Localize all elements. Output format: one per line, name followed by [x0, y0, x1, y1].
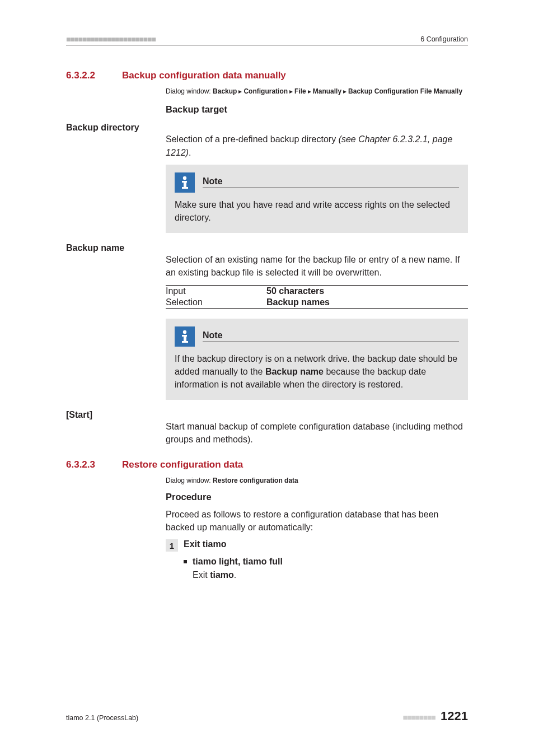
- dialog-lead: Dialog window:: [166, 477, 213, 484]
- text-fragment: tiamo: [210, 570, 234, 580]
- section-number: 6.3.2.2: [66, 70, 122, 81]
- start-text: Start manual backup of complete configur…: [166, 420, 468, 446]
- label-start: [Start]: [66, 410, 160, 420]
- text-fragment: Backup name: [265, 367, 324, 376]
- section-heading-backup-manual: 6.3.2.2 Backup configuration data manual…: [66, 70, 468, 81]
- svg-rect-6: [184, 335, 186, 341]
- dialog-part: Backup Configuration File Manually: [348, 87, 462, 95]
- note-title: Note: [203, 176, 223, 186]
- note-text: If the backup directory is on a network …: [175, 352, 459, 391]
- dialog-part: File: [294, 87, 306, 95]
- spec-key: Input: [166, 286, 266, 296]
- section-title: Backup configuration data manually: [122, 70, 286, 81]
- info-icon: [175, 326, 195, 347]
- svg-rect-2: [184, 181, 186, 187]
- backup-name-text: Selection of an existing name for the ba…: [166, 253, 468, 279]
- table-row: Selection Backup names: [166, 297, 468, 308]
- step-body: tiamo light, tiamo full Exit tiamo.: [184, 555, 468, 582]
- note-title: Note: [203, 330, 223, 340]
- text-fragment: Selection of a pre-defined backup direct…: [166, 134, 339, 144]
- table-row: Input 50 characters: [166, 286, 468, 297]
- spec-val: Backup names: [266, 297, 330, 307]
- section-heading-restore: 6.3.2.3 Restore configuration data: [66, 459, 468, 470]
- note-text: Make sure that you have read and write a…: [175, 198, 459, 224]
- label-backup-directory: Backup directory: [66, 123, 160, 133]
- bullet-icon: [184, 560, 187, 563]
- footer-product: tiamo 2.1 (ProcessLab): [66, 714, 138, 722]
- procedure-step: 1 Exit tiamo: [166, 539, 468, 552]
- dialog-lead: Dialog window:: [166, 87, 213, 95]
- dialog-part: Backup: [213, 87, 237, 95]
- dialog-part: Configuration: [243, 87, 288, 95]
- subheading-backup-target: Backup target: [166, 104, 468, 115]
- text-fragment: .: [189, 148, 191, 157]
- svg-point-4: [183, 330, 186, 333]
- section-number: 6.3.2.3: [66, 459, 122, 470]
- svg-point-0: [183, 176, 186, 180]
- dialog-part: Manually: [313, 87, 341, 95]
- dialog-part: Restore configuration data: [213, 477, 298, 484]
- dialog-window-path-2: Dialog window: Restore configuration dat…: [166, 476, 468, 486]
- procedure-text: Proceed as follows to restore a configur…: [166, 508, 468, 534]
- note-box-network-drive: Note If the backup directory is on a net…: [166, 319, 468, 400]
- page-number: 1221: [441, 709, 468, 723]
- dialog-window-path-1: Dialog window: Backup▸Configuration▸File…: [166, 87, 468, 96]
- page-footer: tiamo 2.1 (ProcessLab) ■■■■■■■■ 1221: [66, 709, 468, 724]
- label-backup-name: Backup name: [66, 243, 160, 253]
- spec-key: Selection: [166, 297, 266, 307]
- footer-right: ■■■■■■■■ 1221: [403, 709, 469, 724]
- step-title: Exit tiamo: [184, 539, 226, 549]
- backup-name-spec-table: Input 50 characters Selection Backup nam…: [166, 285, 468, 309]
- info-icon: [175, 172, 195, 193]
- page-header: ■■■■■■■■■■■■■■■■■■■■■■ 6 Configuration: [66, 35, 468, 45]
- subheading-procedure: Procedure: [166, 492, 468, 502]
- svg-rect-7: [182, 341, 188, 343]
- spec-val: 50 characters: [266, 286, 324, 296]
- header-ornament-left: ■■■■■■■■■■■■■■■■■■■■■■: [66, 35, 156, 44]
- note-box-access-rights: Note Make sure that you have read and wr…: [166, 165, 468, 233]
- section-title: Restore configuration data: [122, 459, 243, 470]
- svg-rect-3: [182, 187, 188, 189]
- step-bullet-line: Exit tiamo.: [193, 568, 283, 582]
- step-bullet-bold: tiamo light, tiamo full: [193, 555, 283, 568]
- footer-ornament: ■■■■■■■■: [403, 713, 435, 722]
- header-chapter: 6 Configuration: [420, 35, 468, 43]
- text-fragment: Exit: [193, 570, 210, 580]
- backup-directory-text: Selection of a pre-defined backup direct…: [166, 133, 468, 158]
- text-fragment: .: [234, 570, 236, 580]
- step-number: 1: [166, 539, 178, 552]
